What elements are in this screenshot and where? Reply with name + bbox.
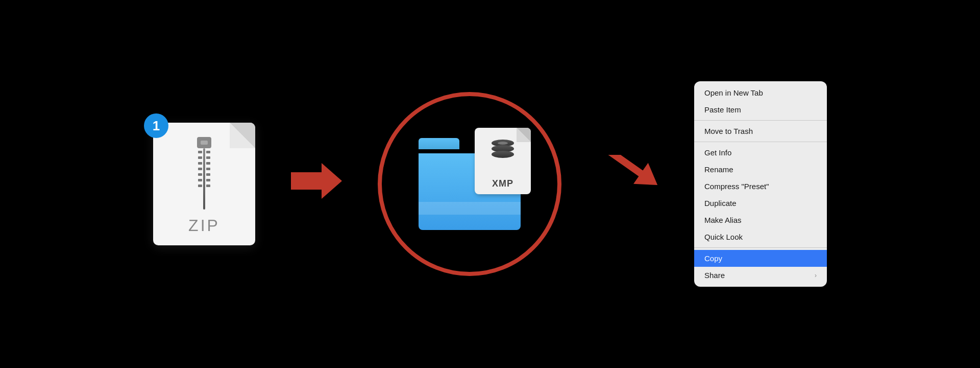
menu-item-label-copy: Copy bbox=[704, 254, 722, 263]
menu-separator-11 bbox=[694, 247, 827, 248]
zipper-tooth-4 bbox=[198, 168, 210, 170]
menu-item-label-duplicate: Duplicate bbox=[704, 199, 737, 208]
db-disk-3 bbox=[492, 151, 514, 158]
menu-item-label-get-info: Get Info bbox=[704, 148, 731, 157]
menu-item-rename[interactable]: Rename bbox=[694, 161, 827, 178]
xmp-label: XMP bbox=[492, 178, 513, 189]
menu-item-copy[interactable]: Copy bbox=[694, 250, 827, 267]
database-icon bbox=[492, 140, 514, 158]
menu-item-get-info[interactable]: Get Info bbox=[694, 144, 827, 161]
badge-number: 1 bbox=[144, 113, 168, 138]
xmp-file-icon: XMP bbox=[475, 128, 531, 194]
zipper-tooth-2 bbox=[198, 156, 210, 159]
menu-item-share[interactable]: Share› bbox=[694, 267, 827, 284]
circle-highlight: XMP bbox=[378, 92, 561, 276]
menu-item-label-quick-look: Quick Look bbox=[704, 233, 743, 241]
submenu-chevron-icon-share: › bbox=[815, 272, 817, 279]
main-scene: 1 ZIP bbox=[153, 81, 827, 287]
menu-items-container: Open in New TabPaste ItemMove to TrashGe… bbox=[694, 84, 827, 284]
badge-label: 1 bbox=[153, 118, 160, 134]
menu-item-label-paste-item: Paste Item bbox=[704, 105, 741, 114]
zipper-tooth-7 bbox=[198, 185, 210, 187]
menu-item-label-rename: Rename bbox=[704, 165, 733, 174]
zip-file-icon: ZIP bbox=[153, 123, 255, 245]
zipper-tooth-1 bbox=[198, 151, 210, 153]
context-menu: Open in New TabPaste ItemMove to TrashGe… bbox=[694, 81, 827, 287]
svg-marker-1 bbox=[600, 155, 664, 196]
zipper-tooth-6 bbox=[198, 179, 210, 181]
menu-separator-2 bbox=[694, 120, 827, 121]
menu-item-move-to-trash[interactable]: Move to Trash bbox=[694, 123, 827, 140]
zipper-teeth bbox=[198, 151, 210, 187]
zipper-tooth-5 bbox=[198, 173, 210, 176]
arrow-diagonal-icon bbox=[592, 155, 664, 213]
menu-separator-4 bbox=[694, 142, 827, 142]
folder-tab bbox=[419, 138, 459, 149]
folder-xmp-group: XMP bbox=[419, 138, 521, 230]
menu-item-label-open-new-tab: Open in New Tab bbox=[704, 88, 763, 97]
arrow-right-icon bbox=[291, 163, 342, 205]
zipper-tooth-3 bbox=[198, 162, 210, 165]
menu-item-label-make-alias: Make Alias bbox=[704, 216, 742, 224]
zip-label: ZIP bbox=[188, 216, 220, 235]
menu-item-paste-item[interactable]: Paste Item bbox=[694, 101, 827, 118]
zipper-pull bbox=[197, 137, 211, 148]
zipper-track bbox=[203, 148, 205, 210]
zipper-decoration bbox=[197, 138, 212, 211]
menu-item-duplicate[interactable]: Duplicate bbox=[694, 195, 827, 212]
zip-file-wrapper: 1 ZIP bbox=[153, 123, 255, 245]
menu-item-quick-look[interactable]: Quick Look bbox=[694, 228, 827, 245]
menu-item-label-share: Share bbox=[704, 271, 725, 280]
svg-marker-0 bbox=[291, 163, 342, 199]
menu-item-label-move-to-trash: Move to Trash bbox=[704, 127, 753, 135]
menu-item-compress[interactable]: Compress "Preset" bbox=[694, 178, 827, 195]
menu-item-label-compress: Compress "Preset" bbox=[704, 182, 769, 191]
folder-stripe bbox=[419, 202, 521, 215]
menu-item-make-alias[interactable]: Make Alias bbox=[694, 212, 827, 228]
menu-item-open-new-tab[interactable]: Open in New Tab bbox=[694, 84, 827, 101]
red-circle: XMP bbox=[378, 92, 561, 276]
